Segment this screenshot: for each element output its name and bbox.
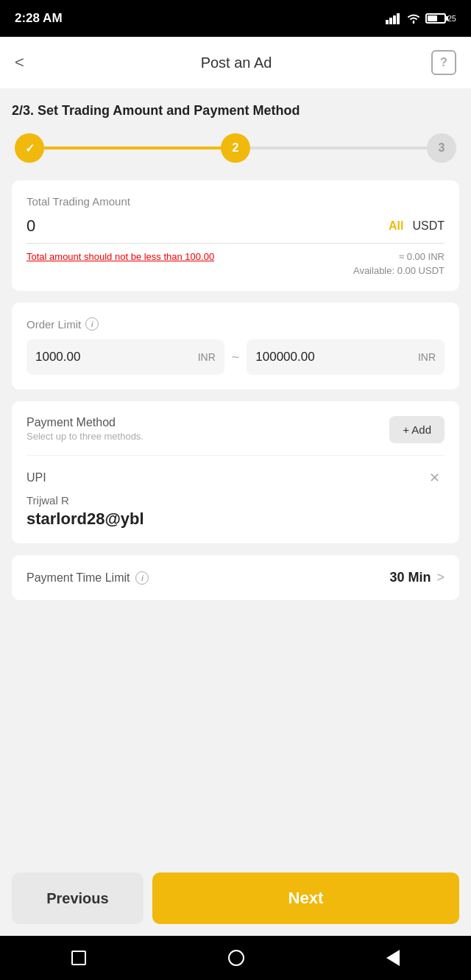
order-limit-min-currency: INR [198, 351, 216, 363]
bottom-nav-bar [0, 936, 471, 980]
battery-fill [428, 15, 437, 21]
status-bar: 2:28 AM 25 [0, 0, 471, 37]
trading-amount-card: Total Trading Amount All USDT Total amou… [12, 180, 459, 291]
order-limit-info-icon[interactable]: i [85, 317, 99, 331]
order-limit-max-box: 100000.00 INR [247, 339, 445, 375]
svg-rect-2 [393, 15, 396, 24]
time-limit-info-icon[interactable]: i [135, 571, 149, 585]
remove-payment-button[interactable]: ✕ [424, 468, 445, 488]
back-button[interactable]: < [15, 53, 41, 72]
time-limit-right: 30 Min > [389, 570, 445, 585]
svg-rect-3 [397, 13, 400, 24]
signal-icon [386, 13, 402, 24]
time-limit-value: 30 Min [389, 570, 431, 585]
svg-rect-1 [389, 18, 392, 24]
payment-method-subtitle: Select up to three methods. [26, 431, 144, 442]
amount-actions: All USDT [389, 219, 445, 233]
payment-time-limit-card[interactable]: Payment Time Limit i 30 Min > [12, 555, 459, 600]
available-balance: Available: 0.00 USDT [26, 265, 445, 276]
progress-bar: ✓ 2 3 [12, 133, 459, 163]
trading-amount-input[interactable] [26, 216, 174, 236]
order-limit-separator: ~ [232, 350, 240, 365]
step-title: 2/3. Set Trading Amount and Payment Meth… [12, 103, 459, 119]
approx-inr: ≈ 0.00 INR [399, 251, 445, 262]
payment-method-title-group: Payment Method Select up to three method… [26, 416, 144, 442]
progress-line-2 [250, 147, 427, 149]
order-limit-row: 1000.00 INR ~ 100000.00 INR [26, 339, 445, 375]
main-content: 2/3. Set Trading Amount and Payment Meth… [0, 88, 471, 861]
bottom-buttons: Previous Next [0, 861, 471, 936]
wifi-icon [406, 13, 421, 24]
status-time: 2:28 AM [15, 11, 63, 26]
all-button[interactable]: All [389, 219, 403, 233]
payment-method-type: UPI [26, 471, 46, 484]
order-limit-max-value: 100000.00 [255, 350, 314, 364]
order-limit-max-currency: INR [418, 351, 436, 363]
order-limit-label: Order Limit i [26, 317, 445, 331]
step-1-circle: ✓ [15, 133, 44, 163]
payment-method-item-header: UPI ✕ [26, 468, 445, 488]
progress-line-1 [44, 147, 221, 149]
help-button[interactable]: ? [431, 50, 456, 75]
error-message: Total amount should not be less than 100… [26, 251, 214, 262]
previous-button[interactable]: Previous [12, 873, 144, 924]
payment-method-item-upi: UPI ✕ Trijwal R starlord28@ybl [26, 455, 445, 529]
battery-icon [425, 13, 446, 24]
trading-amount-label: Total Trading Amount [26, 195, 445, 208]
page-title: Post an Ad [201, 54, 272, 71]
next-button[interactable]: Next [152, 873, 459, 924]
order-limit-min-box: 1000.00 INR [26, 339, 224, 375]
add-payment-button[interactable]: + Add [389, 416, 445, 443]
payment-method-card: Payment Method Select up to three method… [12, 401, 459, 543]
payment-method-header: Payment Method Select up to three method… [26, 416, 445, 443]
order-limit-min-value: 1000.00 [35, 350, 80, 364]
time-limit-left: Payment Time Limit i [26, 571, 149, 585]
battery-percent: 25 [447, 14, 456, 23]
nav-recents-icon[interactable] [71, 951, 86, 965]
step-2-circle: 2 [221, 133, 250, 163]
header: < Post an Ad ? [0, 37, 471, 88]
payment-user-name: Trijwal R [26, 494, 445, 507]
error-row: Total amount should not be less than 100… [26, 251, 445, 262]
nav-back-icon[interactable] [386, 950, 400, 966]
time-limit-label: Payment Time Limit [26, 571, 130, 585]
payment-method-title: Payment Method [26, 416, 144, 429]
nav-home-icon[interactable] [228, 950, 244, 966]
battery-container: 25 [425, 13, 456, 24]
svg-rect-0 [386, 20, 389, 24]
payment-user-id: starlord28@ybl [26, 510, 445, 529]
trading-currency: USDT [412, 219, 445, 233]
status-icons: 25 [386, 13, 456, 24]
step-3-circle: 3 [427, 133, 456, 163]
time-limit-chevron-icon: > [436, 570, 445, 585]
amount-input-row: All USDT [26, 216, 445, 244]
order-limit-card: Order Limit i 1000.00 INR ~ 100000.00 IN… [12, 303, 459, 389]
